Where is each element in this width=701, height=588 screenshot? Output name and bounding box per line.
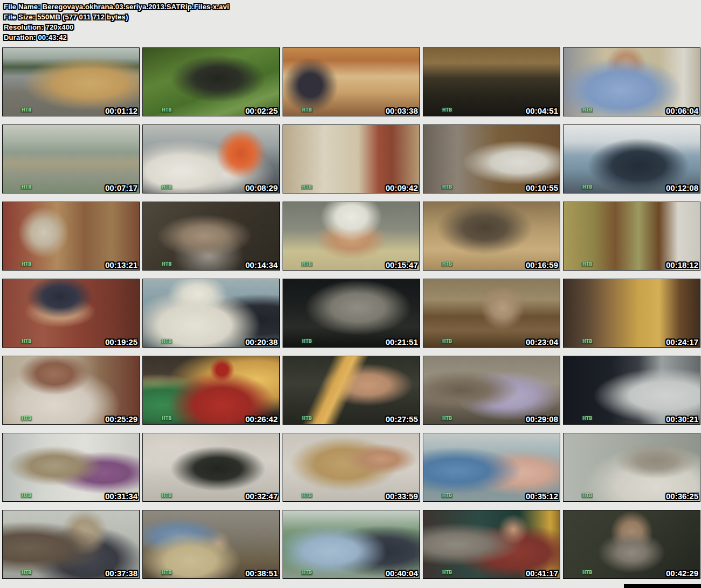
ntv-watermark-logo: НТВ: [20, 339, 32, 344]
ntv-watermark-logo: НТВ: [20, 108, 32, 113]
timestamp-label: 00:30:21: [666, 414, 698, 424]
video-thumbnail[interactable]: НТВ 00:07:17: [2, 124, 140, 193]
resolution-line: Resolution: 720x400: [4, 22, 229, 32]
video-thumbnail[interactable]: НТВ 00:33:59: [283, 433, 420, 502]
timestamp-label: 00:16:59: [526, 260, 558, 269]
ntv-watermark-logo: НТВ: [441, 262, 453, 267]
ntv-watermark-logo: НТВ: [20, 570, 32, 576]
timestamp-label: 00:32:47: [245, 492, 278, 501]
video-thumbnail[interactable]: НТВ 00:21:51: [283, 279, 420, 348]
video-thumbnail[interactable]: НТВ 00:23:04: [423, 279, 560, 348]
video-thumbnail[interactable]: НТВ 00:12:08: [563, 124, 700, 193]
video-thumbnail[interactable]: НТВ 00:25:29: [2, 356, 140, 425]
timestamp-label: 00:23:04: [526, 337, 558, 347]
video-thumbnail[interactable]: НТВ 00:19:25: [2, 279, 140, 348]
ntv-watermark-logo: НТВ: [301, 493, 313, 499]
video-thumbnail[interactable]: НТВ 00:04:51: [423, 47, 560, 116]
timestamp-label: 00:26:42: [245, 414, 278, 424]
timestamp-label: 00:12:08: [666, 183, 698, 192]
timestamp-label: 00:35:12: [526, 492, 558, 501]
video-thumbnail[interactable]: НТВ 00:06:04: [563, 47, 700, 116]
ntv-watermark-logo: НТВ: [581, 185, 593, 190]
video-thumbnail[interactable]: НТВ 00:03:38: [283, 47, 420, 116]
video-thumbnail[interactable]: НТВ 00:18:12: [563, 202, 700, 271]
ntv-watermark-logo: НТВ: [301, 262, 313, 267]
bottom-black-bar: [624, 584, 701, 588]
ntv-watermark-logo: НТВ: [441, 185, 453, 190]
timestamp-label: 00:20:38: [245, 337, 278, 347]
ntv-watermark-logo: НТВ: [581, 570, 593, 576]
ntv-watermark-logo: НТВ: [20, 185, 32, 190]
ntv-watermark-logo: НТВ: [161, 262, 173, 267]
video-thumbnail[interactable]: НТВ 00:20:38: [142, 279, 280, 348]
ntv-watermark-logo: НТВ: [301, 339, 313, 344]
timestamp-label: 00:24:17: [666, 337, 698, 347]
file-info-header: File Name: Beregovaya.okhrana.03.seriya.…: [4, 2, 229, 43]
ntv-watermark-logo: НТВ: [441, 339, 453, 344]
video-thumbnail[interactable]: НТВ 00:24:17: [563, 279, 700, 348]
video-thumbnail[interactable]: НТВ 00:38:51: [142, 510, 280, 579]
video-thumbnail[interactable]: НТВ 00:30:21: [563, 356, 700, 425]
timestamp-label: 00:29:08: [526, 414, 558, 424]
ntv-watermark-logo: НТВ: [161, 108, 173, 113]
video-thumbnail[interactable]: НТВ 00:40:04: [283, 510, 420, 579]
video-thumbnail[interactable]: НТВ 00:32:47: [142, 433, 280, 502]
timestamp-label: 00:31:34: [105, 492, 138, 501]
ntv-watermark-logo: НТВ: [161, 185, 173, 190]
ntv-watermark-logo: НТВ: [441, 570, 453, 576]
video-thumbnail[interactable]: НТВ 00:14:34: [142, 202, 280, 271]
video-thumbnail[interactable]: НТВ 00:01:12: [2, 47, 140, 116]
ntv-watermark-logo: НТВ: [20, 493, 32, 499]
video-thumbnail[interactable]: НТВ 00:26:42: [142, 356, 280, 425]
timestamp-label: 00:27:55: [386, 414, 418, 424]
timestamp-label: 00:04:51: [526, 106, 558, 115]
video-thumbnail[interactable]: НТВ 00:41:17: [423, 510, 560, 579]
video-thumbnail[interactable]: НТВ 00:29:08: [423, 356, 560, 425]
video-thumbnail[interactable]: НТВ 00:09:42: [283, 124, 420, 193]
ntv-watermark-logo: НТВ: [581, 493, 593, 499]
ntv-watermark-logo: НТВ: [301, 185, 313, 190]
ntv-watermark-logo: НТВ: [581, 416, 593, 421]
video-thumbnail[interactable]: НТВ 00:36:25: [563, 433, 700, 502]
timestamp-label: 00:10:55: [526, 183, 558, 192]
ntv-watermark-logo: НТВ: [301, 108, 313, 113]
duration-line: Duration: 00:43:42: [4, 32, 229, 43]
timestamp-label: 00:38:51: [245, 569, 278, 578]
timestamp-label: 00:13:21: [105, 260, 138, 269]
video-thumbnail[interactable]: НТВ 00:27:55: [283, 356, 420, 425]
video-thumbnail[interactable]: НТВ 00:13:21: [2, 202, 140, 271]
video-thumbnail[interactable]: НТВ 00:16:59: [423, 202, 560, 271]
ntv-watermark-logo: НТВ: [20, 262, 32, 267]
timestamp-label: 00:03:38: [386, 106, 418, 115]
timestamp-label: 00:21:51: [386, 337, 418, 347]
video-thumbnail[interactable]: НТВ 00:35:12: [423, 433, 560, 502]
video-thumbnail[interactable]: НТВ 00:37:38: [2, 510, 140, 579]
timestamp-label: 00:15:47: [386, 260, 418, 269]
timestamp-label: 00:41:17: [526, 569, 558, 578]
ntv-watermark-logo: НТВ: [301, 416, 313, 421]
timestamp-label: 00:25:29: [105, 414, 138, 424]
thumbnail-grid: НТВ 00:01:12 НТВ 00:02:25 НТВ 00:03:38 Н…: [2, 47, 700, 579]
ntv-watermark-logo: НТВ: [301, 570, 313, 576]
timestamp-label: 00:06:04: [666, 106, 698, 115]
ntv-watermark-logo: НТВ: [581, 339, 593, 344]
ntv-watermark-logo: НТВ: [20, 416, 32, 421]
file-size-line: File Size: 550MB (577 011 712 bytes): [4, 12, 229, 22]
timestamp-label: 00:09:42: [386, 183, 418, 192]
ntv-watermark-logo: НТВ: [161, 339, 173, 344]
timestamp-label: 00:08:29: [245, 183, 278, 192]
ntv-watermark-logo: НТВ: [161, 570, 173, 576]
video-thumbnail[interactable]: НТВ 00:02:25: [142, 47, 280, 116]
timestamp-label: 00:42:29: [666, 569, 698, 578]
video-thumbnail[interactable]: НТВ 00:08:29: [142, 124, 280, 193]
ntv-watermark-logo: НТВ: [441, 108, 453, 113]
ntv-watermark-logo: НТВ: [161, 416, 173, 421]
ntv-watermark-logo: НТВ: [441, 493, 453, 499]
video-thumbnail[interactable]: НТВ 00:31:34: [2, 433, 140, 502]
timestamp-label: 00:01:12: [105, 106, 138, 115]
video-thumbnail[interactable]: НТВ 00:15:47: [283, 202, 420, 271]
timestamp-label: 00:02:25: [245, 106, 278, 115]
video-contact-sheet: File Name: Beregovaya.okhrana.03.seriya.…: [0, 0, 701, 588]
video-thumbnail[interactable]: НТВ 00:42:29: [563, 510, 700, 579]
video-thumbnail[interactable]: НТВ 00:10:55: [423, 124, 560, 193]
